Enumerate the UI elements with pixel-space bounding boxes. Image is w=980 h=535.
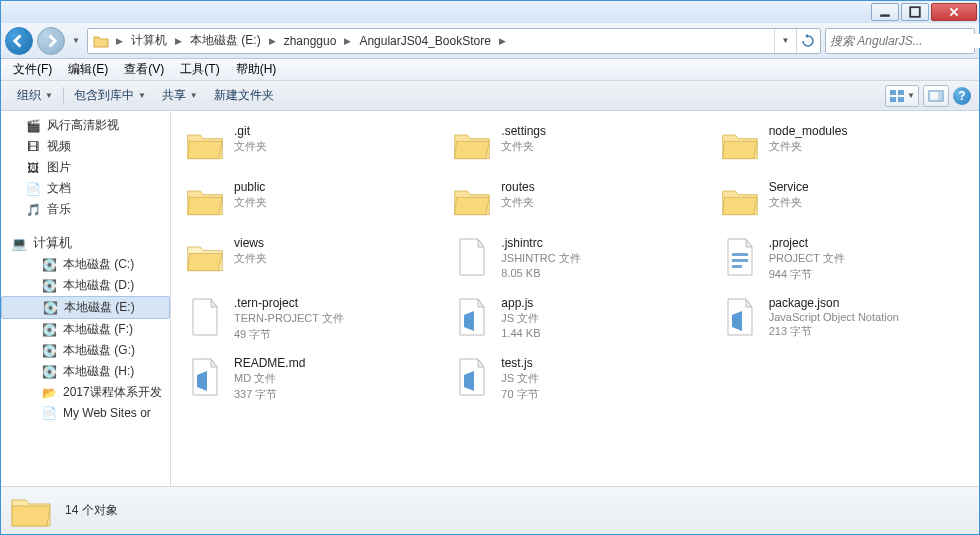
svg-rect-1 [910, 7, 920, 17]
file-list[interactable]: .git 文件夹 .settings 文件夹 node_modules 文件夹 … [171, 111, 979, 486]
sidebar-drive-c[interactable]: 💽本地磁盘 (C:) [1, 254, 170, 275]
sidebar-course2017[interactable]: 📂2017课程体系开发 [1, 382, 170, 403]
file-type: JavaScript Object Notation [769, 311, 899, 323]
file-item[interactable]: public 文件夹 [179, 175, 436, 227]
navbar: ▼ ▶ 计算机 ▶ 本地磁盘 (E:) ▶ zhangguo ▶ Angular… [1, 23, 979, 59]
file-item-text: .settings 文件夹 [501, 124, 546, 154]
share-button[interactable]: 共享 ▼ [154, 83, 206, 108]
shortcut-icon: 📄 [41, 405, 57, 421]
breadcrumb-computer[interactable]: 计算机 [127, 29, 171, 53]
sidebar-mywebsites[interactable]: 📄My Web Sites or [1, 403, 170, 423]
file-size: 1.44 KB [501, 327, 540, 339]
folder-icon [719, 180, 761, 222]
address-bar[interactable]: ▶ 计算机 ▶ 本地磁盘 (E:) ▶ zhangguo ▶ AngularJS… [87, 28, 821, 54]
file-item[interactable]: .jshintrc JSHINTRC 文件 8.05 KB [446, 231, 703, 287]
file-name: .jshintrc [501, 236, 580, 250]
file-item-text: .git 文件夹 [234, 124, 267, 154]
maximize-button[interactable] [901, 3, 929, 21]
minimize-button[interactable] [871, 3, 899, 21]
file-type: 文件夹 [234, 195, 267, 210]
file-item[interactable]: Service 文件夹 [714, 175, 971, 227]
titlebar [1, 1, 979, 23]
menu-edit[interactable]: 编辑(E) [60, 59, 116, 80]
include-library-button[interactable]: 包含到库中 ▼ [66, 83, 154, 108]
file-item[interactable]: .tern-project TERN-PROJECT 文件 49 字节 [179, 291, 436, 347]
breadcrumb-sep[interactable]: ▶ [112, 36, 127, 46]
file-name: .project [769, 236, 845, 250]
svg-rect-9 [732, 253, 748, 256]
menu-file[interactable]: 文件(F) [5, 59, 60, 80]
file-icon [184, 296, 226, 338]
preview-pane-button[interactable] [923, 85, 949, 107]
drive-icon: 💽 [41, 278, 57, 294]
sidebar-drive-d[interactable]: 💽本地磁盘 (D:) [1, 275, 170, 296]
sidebar-pictures[interactable]: 🖼图片 [1, 157, 170, 178]
organize-button[interactable]: 组织 ▼ [9, 83, 61, 108]
file-size: 8.05 KB [501, 267, 580, 279]
recent-pages-dropdown[interactable]: ▼ [69, 36, 83, 45]
sidebar-drive-e[interactable]: 💽本地磁盘 (E:) [1, 296, 170, 319]
body: 🎬风行高清影视 🎞视频 🖼图片 📄文档 🎵音乐 💻计算机 💽本地磁盘 (C:) … [1, 111, 979, 486]
file-type: 文件夹 [769, 139, 848, 154]
file-item[interactable]: test.js JS 文件 70 字节 [446, 351, 703, 407]
view-mode-button[interactable]: ▼ [885, 85, 919, 107]
menu-help[interactable]: 帮助(H) [228, 59, 285, 80]
file-item[interactable]: .settings 文件夹 [446, 119, 703, 171]
folder-icon [184, 124, 226, 166]
drive-icon: 💽 [42, 300, 58, 316]
file-item[interactable]: .project PROJECT 文件 944 字节 [714, 231, 971, 287]
menu-view[interactable]: 查看(V) [116, 59, 172, 80]
sidebar-funshion[interactable]: 🎬风行高清影视 [1, 115, 170, 136]
file-item[interactable]: .git 文件夹 [179, 119, 436, 171]
sidebar-documents[interactable]: 📄文档 [1, 178, 170, 199]
file-item-text: README.md MD 文件 337 字节 [234, 356, 305, 402]
breadcrumb-dir2[interactable]: AngularJS04_BookStore [355, 29, 494, 53]
search-input[interactable] [830, 34, 980, 48]
file-item-text: public 文件夹 [234, 180, 267, 210]
folder-icon [451, 180, 493, 222]
sidebar-video[interactable]: 🎞视频 [1, 136, 170, 157]
folder-icon [184, 236, 226, 278]
breadcrumb-drive[interactable]: 本地磁盘 (E:) [186, 29, 265, 53]
sidebar-computer[interactable]: 💻计算机 [1, 232, 170, 254]
drive-icon: 💽 [41, 364, 57, 380]
sidebar-drive-h[interactable]: 💽本地磁盘 (H:) [1, 361, 170, 382]
breadcrumb-sep[interactable]: ▶ [171, 36, 186, 46]
sidebar-drive-g[interactable]: 💽本地磁盘 (G:) [1, 340, 170, 361]
file-item[interactable]: routes 文件夹 [446, 175, 703, 227]
drive-icon: 💽 [41, 322, 57, 338]
file-item[interactable]: views 文件夹 [179, 231, 436, 287]
help-button[interactable]: ? [953, 87, 971, 105]
file-item[interactable]: node_modules 文件夹 [714, 119, 971, 171]
breadcrumb-sep[interactable]: ▶ [340, 36, 355, 46]
navigation-pane[interactable]: 🎬风行高清影视 🎞视频 🖼图片 📄文档 🎵音乐 💻计算机 💽本地磁盘 (C:) … [1, 111, 171, 486]
address-dropdown[interactable]: ▼ [774, 29, 796, 53]
svg-rect-4 [898, 90, 904, 95]
file-type: JSHINTRC 文件 [501, 251, 580, 266]
new-folder-button[interactable]: 新建文件夹 [206, 83, 282, 108]
file-item-text: .jshintrc JSHINTRC 文件 8.05 KB [501, 236, 580, 279]
sidebar-music[interactable]: 🎵音乐 [1, 199, 170, 220]
file-item[interactable]: README.md MD 文件 337 字节 [179, 351, 436, 407]
file-type: MD 文件 [234, 371, 305, 386]
drive-icon: 💽 [41, 343, 57, 359]
forward-button[interactable] [37, 27, 65, 55]
breadcrumb-sep[interactable]: ▶ [265, 36, 280, 46]
close-button[interactable] [931, 3, 977, 21]
file-name: package.json [769, 296, 899, 310]
toolbar: 组织 ▼ 包含到库中 ▼ 共享 ▼ 新建文件夹 ▼ ? [1, 81, 979, 111]
video-icon: 🎞 [25, 139, 41, 155]
file-item-text: Service 文件夹 [769, 180, 809, 210]
menu-tools[interactable]: 工具(T) [172, 59, 227, 80]
file-icon [451, 236, 493, 278]
sidebar-drive-f[interactable]: 💽本地磁盘 (F:) [1, 319, 170, 340]
search-box[interactable] [825, 28, 975, 54]
breadcrumb-sep[interactable]: ▶ [495, 36, 510, 46]
file-item[interactable]: app.js JS 文件 1.44 KB [446, 291, 703, 347]
breadcrumb-dir1[interactable]: zhangguo [280, 29, 341, 53]
file-item[interactable]: package.json JavaScript Object Notation … [714, 291, 971, 347]
shortcut-icon: 📂 [41, 385, 57, 401]
back-button[interactable] [5, 27, 33, 55]
refresh-button[interactable] [796, 29, 818, 53]
svg-rect-0 [880, 14, 890, 16]
